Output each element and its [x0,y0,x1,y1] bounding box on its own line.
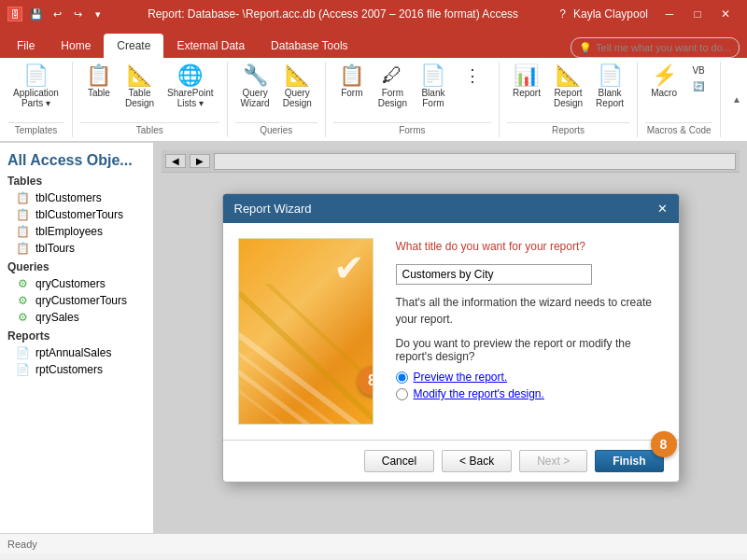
sidebar-section-queries: Queries [0,257,153,275]
tab-database-tools[interactable]: Database Tools [258,34,361,58]
query-design-button[interactable]: 📐 QueryDesign [277,63,317,110]
sidebar-item-tblemployees[interactable]: 📋 tblEmployees [0,223,153,240]
blank-report-icon: 📄 [598,65,623,86]
table-icon: 📋 [15,242,30,255]
query-wizard-button[interactable]: 🔧 QueryWizard [235,63,275,110]
form-design-button[interactable]: 🖊 FormDesign [373,63,413,110]
report-icon: 📊 [514,65,539,86]
ribbon-tabs: File Home Create External Data Database … [0,28,747,58]
sidebar-item-tblcustomertours[interactable]: 📋 tblCustomerTours [0,206,153,223]
maximize-button[interactable]: □ [684,0,712,28]
radio-preview-label: Preview the report. [414,371,508,384]
report-title-input[interactable] [396,264,592,285]
tab-create[interactable]: Create [104,34,163,58]
application-parts-icon: 📄 [23,65,49,86]
sidebar-item-tbltours[interactable]: 📋 tblTours [0,240,153,257]
sidebar-section-reports: Reports [0,326,153,344]
ribbon-group-queries: 🔧 QueryWizard 📐 QueryDesign Queries [228,62,326,137]
sidebar-item-qrysales[interactable]: ⚙ qrySales [0,309,153,326]
finish-button-container: 8 Finish [595,450,663,472]
form-icon: 📋 [339,65,364,86]
table-icon: 📋 [15,225,30,238]
sidebar-item-rptannualsales[interactable]: 📄 rptAnnualSales [0,344,153,361]
status-text: Ready [7,539,37,550]
dialog-right: What title do you want for your report? … [388,238,664,425]
sidebar-item-rptcustomers[interactable]: 📄 rptCustomers [0,361,153,378]
title-bar-left: 🗄 💾 ↩ ↪ ▾ [7,6,106,22]
macro-icon: ⚡ [652,65,677,86]
radio-preview-input[interactable] [396,371,408,384]
sharepoint-icon: 🌐 [177,65,203,86]
reports-ribbon-label: Reports [507,122,629,135]
customize-button[interactable]: ▾ [90,6,106,22]
queries-label: Queries [235,122,317,135]
undo-button[interactable]: ↩ [49,6,65,22]
user-name: Kayla Claypool [573,7,648,21]
window-controls: ─ □ ✕ [655,0,740,28]
step1-badge: 8 [358,366,374,396]
tab-file[interactable]: File [4,34,48,58]
sidebar-section-tables: Tables [0,171,153,189]
dialog-title-bar: Report Wizard ✕ [223,194,679,223]
ribbon-group-templates: 📄 ApplicationParts ▾ Templates [0,62,73,137]
more-forms-button[interactable]: ⋮ [454,63,491,88]
minimize-button[interactable]: ─ [655,0,684,28]
tab-home[interactable]: Home [48,34,104,58]
dialog-body: ✔ 8 [223,223,679,440]
report-wizard-dialog: Report Wizard ✕ ✔ [222,193,680,483]
tab-external-data[interactable]: External Data [163,34,258,58]
table-icon: 📋 [15,208,30,221]
radio-modify-label: Modify the report's design. [414,387,544,400]
table-button[interactable]: 📋 Table [80,63,118,100]
query-design-icon: 📐 [285,65,310,86]
forms-label: Forms [333,122,491,135]
sidebar-item-qrycustomertours[interactable]: ⚙ qryCustomerTours [0,292,153,309]
report-button[interactable]: 📊 Report [507,63,546,100]
table-icon: 📋 [15,191,30,204]
query-icon: ⚙ [15,311,30,324]
blank-report-button[interactable]: 📄 BlankReport [590,63,629,110]
dialog-info-text: That's all the information the wizard ne… [396,294,664,328]
close-button[interactable]: ✕ [712,0,740,28]
decorative-lines [239,284,374,424]
finish-button[interactable]: Finish [595,450,663,472]
sidebar-title: All Access Obje... [0,147,153,171]
application-parts-button[interactable]: 📄 ApplicationParts ▾ [7,63,64,110]
sidebar-item-tblcustomers[interactable]: 📋 tblCustomers [0,189,153,206]
blank-form-button[interactable]: 📄 BlankForm [415,63,452,110]
radio-modify-input[interactable] [396,388,408,400]
form-button[interactable]: 📋 Form [333,63,371,100]
dialog-close-icon[interactable]: ✕ [657,202,668,216]
report-design-icon: 📐 [556,65,581,86]
redo-button[interactable]: ↪ [69,6,86,22]
macro-button[interactable]: ⚡ Macro [645,63,683,100]
main-area: All Access Obje... Tables 📋 tblCustomers… [0,143,747,533]
sidebar-item-qrycustomers[interactable]: ⚙ qryCustomers [0,275,153,292]
step2-badge: 8 [651,431,677,457]
convert-button[interactable]: 🔄 [684,79,712,93]
ribbon-collapse-button[interactable]: ▲ [730,92,743,106]
radio-modify[interactable]: Modify the report's design. [396,387,664,400]
report-icon: 📄 [15,363,30,376]
tell-me-input[interactable]: 💡 Tell me what you want to do... [571,37,740,58]
report-design-button[interactable]: 📐 ReportDesign [548,63,588,110]
dialog-footer: Cancel < Back Next > 8 Finish [223,440,679,482]
query-wizard-icon: 🔧 [243,65,268,86]
ribbon-content: 📄 ApplicationParts ▾ Templates 📋 Table 📐… [0,58,747,142]
help-icon[interactable]: ? [559,7,566,21]
table-design-button[interactable]: 📐 TableDesign [120,63,160,110]
radio-preview[interactable]: Preview the report. [396,371,664,384]
next-button[interactable]: Next > [519,450,587,472]
back-button[interactable]: < Back [442,450,512,472]
lightbulb-icon: 💡 [579,42,592,54]
table-icon: 📋 [86,65,111,86]
vba-button[interactable]: VB [684,63,712,77]
cancel-button[interactable]: Cancel [364,450,434,472]
dialog-overlay: Report Wizard ✕ ✔ [154,143,747,533]
sharepoint-lists-button[interactable]: 🌐 SharePointLists ▾ [162,63,218,110]
ribbon-group-forms: 📋 Form 🖊 FormDesign 📄 BlankForm ⋮ Forms [326,62,500,137]
table-design-icon: 📐 [127,65,152,86]
query-icon: ⚙ [15,277,30,290]
save-button[interactable]: 💾 [28,6,45,22]
title-bar-right: ? Kayla Claypool ─ □ ✕ [559,0,740,28]
